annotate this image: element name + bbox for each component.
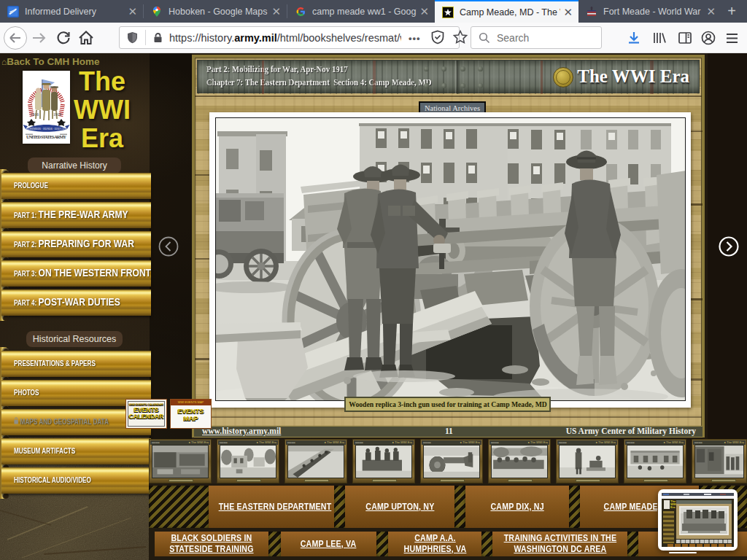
svg-text:1916: 1916 (31, 112, 39, 117)
svg-text:1919: 1919 (53, 112, 61, 117)
